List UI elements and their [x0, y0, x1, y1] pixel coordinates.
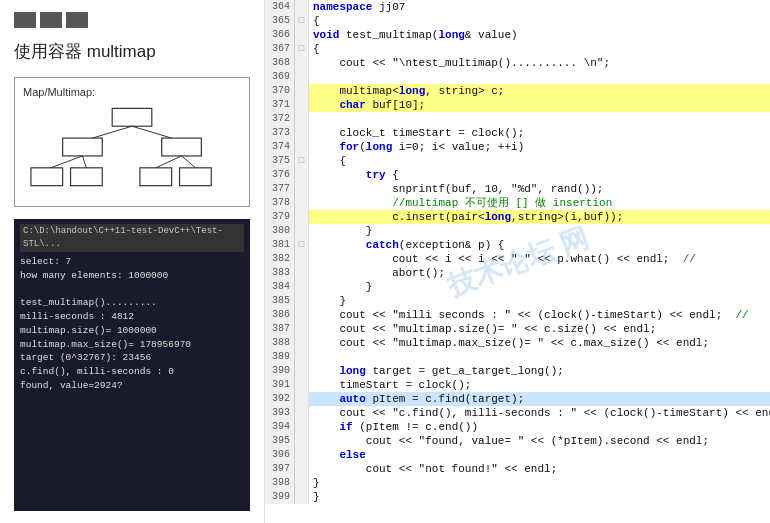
table-row: 391 timeStart = clock();: [265, 378, 770, 392]
line-marker: [295, 280, 309, 294]
svg-rect-2: [162, 138, 202, 156]
table-row: 379 c.insert(pair<long,string>(i,buf));: [265, 210, 770, 224]
line-marker: [295, 168, 309, 182]
line-number: 367: [265, 42, 295, 56]
line-content: timeStart = clock();: [309, 378, 770, 392]
line-content: {: [309, 154, 770, 168]
line-number: 391: [265, 378, 295, 392]
table-row: 377 snprintf(buf, 10, "%d", rand());: [265, 182, 770, 196]
table-row: 399}: [265, 490, 770, 504]
line-number: 384: [265, 280, 295, 294]
line-content: try {: [309, 168, 770, 182]
line-marker: [295, 112, 309, 126]
line-marker: [295, 252, 309, 266]
icon-block-3: [66, 12, 88, 28]
line-marker: [295, 210, 309, 224]
line-content: cout << "not found!" << endl;: [309, 462, 770, 476]
line-number: 392: [265, 392, 295, 406]
line-number: 380: [265, 224, 295, 238]
table-row: 367□{: [265, 42, 770, 56]
line-marker: [295, 434, 309, 448]
line-marker: [295, 126, 309, 140]
terminal-line: how many elements: 1000000: [20, 269, 244, 283]
line-marker: [295, 350, 309, 364]
line-marker: [295, 378, 309, 392]
line-content: cout << "c.find(), milli-seconds : " << …: [309, 406, 770, 420]
header-icons: [14, 12, 250, 28]
table-row: 365□{: [265, 14, 770, 28]
line-number: 395: [265, 434, 295, 448]
svg-line-12: [182, 156, 196, 168]
table-row: 385 }: [265, 294, 770, 308]
line-number: 364: [265, 0, 295, 14]
table-row: 393 cout << "c.find(), milli-seconds : "…: [265, 406, 770, 420]
line-marker: [295, 420, 309, 434]
svg-rect-0: [112, 108, 152, 126]
line-number: 373: [265, 126, 295, 140]
line-number: 388: [265, 336, 295, 350]
table-row: 387 cout << "multimap.size()= " << c.siz…: [265, 322, 770, 336]
table-row: 396 else: [265, 448, 770, 462]
line-content: }: [309, 476, 770, 490]
line-number: 396: [265, 448, 295, 462]
line-content: }: [309, 294, 770, 308]
line-marker: [295, 70, 309, 84]
svg-line-8: [132, 126, 172, 138]
icon-block-2: [40, 12, 62, 28]
table-row: 384 }: [265, 280, 770, 294]
svg-rect-6: [180, 168, 212, 186]
table-row: 382 cout << i << i << " " << p.what() <<…: [265, 252, 770, 266]
svg-rect-1: [63, 138, 103, 156]
line-marker: [295, 196, 309, 210]
line-number: 399: [265, 490, 295, 504]
line-content: [309, 70, 770, 84]
line-number: 365: [265, 14, 295, 28]
terminal-line: [20, 283, 244, 297]
terminal-output: C:\D:\handout\C++11-test-DevC++\Test-STL…: [14, 219, 250, 511]
line-content: }: [309, 490, 770, 504]
table-row: 398}: [265, 476, 770, 490]
table-row: 372: [265, 112, 770, 126]
line-marker: □: [295, 42, 309, 56]
line-marker: [295, 364, 309, 378]
terminal-line: select: 7: [20, 255, 244, 269]
line-marker: [295, 322, 309, 336]
line-marker: [295, 476, 309, 490]
line-content: cout << "found, value= " << (*pItem).sec…: [309, 434, 770, 448]
icon-block-1: [14, 12, 36, 28]
line-content: void test_multimap(long& value): [309, 28, 770, 42]
table-row: 368 cout << "\ntest_multimap()..........…: [265, 56, 770, 70]
line-number: 375: [265, 154, 295, 168]
line-content: multimap<long, string> c;: [309, 84, 770, 98]
line-number: 371: [265, 98, 295, 112]
line-content: auto pItem = c.find(target);: [309, 392, 770, 406]
line-number: 389: [265, 350, 295, 364]
line-content: c.insert(pair<long,string>(i,buf));: [309, 210, 770, 224]
line-number: 385: [265, 294, 295, 308]
line-number: 386: [265, 308, 295, 322]
line-content: clock_t timeStart = clock();: [309, 126, 770, 140]
line-number: 390: [265, 364, 295, 378]
table-row: 375□ {: [265, 154, 770, 168]
line-marker: [295, 308, 309, 322]
line-number: 369: [265, 70, 295, 84]
line-content: cout << "\ntest_multimap().......... \n"…: [309, 56, 770, 70]
line-number: 393: [265, 406, 295, 420]
code-area[interactable]: 364namespace jj07365□{366void test_multi…: [265, 0, 770, 523]
line-content: cout << "multimap.size()= " << c.size() …: [309, 322, 770, 336]
line-marker: [295, 0, 309, 14]
line-content: else: [309, 448, 770, 462]
table-row: 378 //multimap 不可使用 [] 做 insertion: [265, 196, 770, 210]
line-content: abort();: [309, 266, 770, 280]
table-row: 395 cout << "found, value= " << (*pItem)…: [265, 434, 770, 448]
table-row: 394 if (pItem != c.end()): [265, 420, 770, 434]
line-number: 381: [265, 238, 295, 252]
line-marker: [295, 392, 309, 406]
line-marker: [295, 28, 309, 42]
svg-line-11: [156, 156, 182, 168]
terminal-line: milli-seconds : 4812: [20, 310, 244, 324]
left-panel: 使用容器 multimap Map/Multimap: C:\D:\handou…: [0, 0, 265, 523]
terminal-line: c.find(), milli-seconds : 0: [20, 365, 244, 379]
line-content: }: [309, 224, 770, 238]
line-number: 378: [265, 196, 295, 210]
